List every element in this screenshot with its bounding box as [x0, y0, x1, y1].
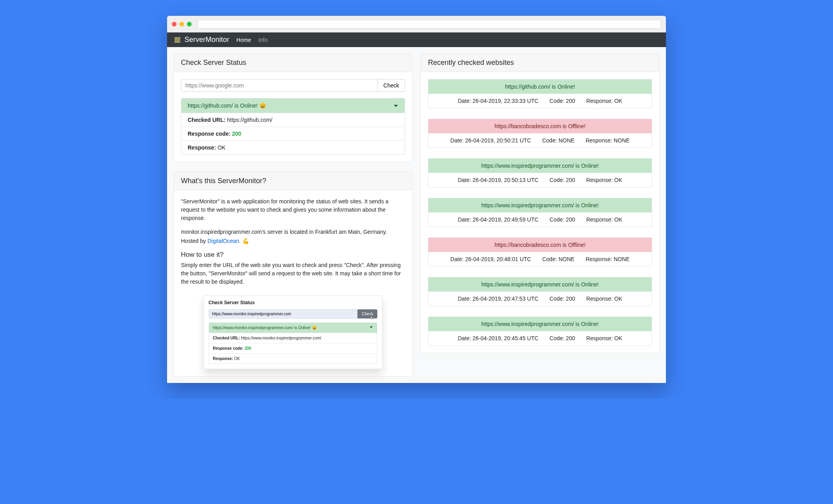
recent-item-headline[interactable]: https://bancobradesco.com is Offline!	[428, 119, 652, 133]
window-titlebar	[167, 16, 666, 32]
result-code-value: 200	[232, 131, 241, 137]
url-input[interactable]	[181, 79, 378, 92]
check-status-title: Check Server Status	[174, 54, 412, 72]
url-input-group: Check	[181, 79, 405, 92]
result-row-response: Response: OK	[181, 140, 405, 154]
result-response-label: Response:	[188, 144, 216, 151]
demo-row-code: Response code: 200	[209, 343, 377, 353]
recent-item-details: Date: 26-04-2019, 20:50:21 UTCCode: NONE…	[428, 133, 652, 148]
recent-item-headline[interactable]: https://www.inspiredprogrammer.com/ is O…	[428, 198, 652, 212]
recent-date: Date: 26-04-2019, 20:48:01 UTC	[451, 256, 531, 262]
check-status-card: Check Server Status Check https://github…	[173, 53, 413, 162]
svg-rect-0	[175, 37, 181, 38]
recent-item-headline[interactable]: https://bancobradesco.com is Offline!	[428, 238, 652, 252]
recent-response: Response: NONE	[586, 137, 630, 144]
demo-row-url: Checked URL: https://www.monitor.inspire…	[209, 333, 377, 343]
recent-item: https://github.com/ is Online!Date: 26-0…	[428, 79, 652, 108]
recent-item: https://www.inspiredprogrammer.com/ is O…	[428, 198, 652, 227]
brand[interactable]: ServerMonitor	[173, 36, 229, 44]
chevron-down-icon	[394, 103, 398, 108]
digitalocean-link[interactable]: DigitalOcean	[207, 238, 239, 244]
recent-item-details: Date: 26-04-2019, 20:49:59 UTCCode: 200R…	[428, 212, 652, 227]
recent-code: Code: 200	[550, 335, 575, 341]
svg-rect-1	[175, 39, 181, 40]
right-column: Recently checked websites https://github…	[420, 53, 660, 353]
recent-code: Code: NONE	[542, 256, 574, 262]
about-card: What's this ServerMonitor? "ServerMonito…	[173, 172, 413, 377]
minimize-icon[interactable]	[179, 22, 184, 27]
recent-response: Response: OK	[586, 177, 622, 183]
demo-check-label: Check	[362, 312, 373, 316]
check-button[interactable]: Check	[377, 79, 405, 92]
about-title: What's this ServerMonitor?	[174, 172, 412, 190]
result-header[interactable]: https://github.com/ is Online! 😄	[181, 99, 405, 113]
recent-item-details: Date: 26-04-2019, 22:33:33 UTCCode: 200R…	[428, 94, 652, 108]
demo-header: Check Server Status	[204, 296, 382, 309]
about-p1: "ServerMonitor" is a web application for…	[181, 197, 405, 222]
page-content: Check Server Status Check https://github…	[167, 47, 666, 383]
recent-item-headline[interactable]: https://www.inspiredprogrammer.com/ is O…	[428, 159, 652, 173]
result-headline: https://github.com/ is Online! 😄	[188, 102, 266, 109]
recent-code: Code: 200	[550, 177, 575, 183]
recent-item: https://www.inspiredprogrammer.com/ is O…	[428, 316, 652, 346]
howto-title: How to use it?	[181, 251, 405, 259]
recent-response: Response: OK	[586, 98, 622, 104]
result-accordion: https://github.com/ is Online! 😄 Checked…	[181, 98, 405, 155]
recent-response: Response: NONE	[586, 256, 630, 262]
address-bar[interactable]	[198, 20, 661, 28]
close-icon[interactable]	[172, 22, 177, 27]
recent-code: Code: 200	[550, 216, 575, 223]
howto-text: Simply enter the URL of the web site you…	[181, 261, 405, 286]
recent-date: Date: 26-04-2019, 20:50:21 UTC	[451, 137, 531, 144]
about-p2: monitor.inspiredprogrammer.com's server …	[181, 228, 405, 236]
recent-item-headline[interactable]: https://github.com/ is Online!	[428, 80, 652, 94]
recent-item-headline[interactable]: https://www.inspiredprogrammer.com/ is O…	[428, 317, 652, 331]
recent-item: https://www.inspiredprogrammer.com/ is O…	[428, 158, 652, 188]
recent-item-details: Date: 26-04-2019, 20:45:45 UTCCode: 200R…	[428, 331, 652, 345]
recent-date: Date: 26-04-2019, 22:33:33 UTC	[458, 98, 538, 104]
app-navbar: ServerMonitor Home Info	[167, 32, 666, 47]
recent-response: Response: OK	[586, 296, 622, 302]
result-row-url: Checked URL: https://github.com/	[181, 113, 405, 127]
recent-list: https://github.com/ is Online!Date: 26-0…	[421, 72, 659, 353]
recent-card: Recently checked websites https://github…	[420, 53, 660, 353]
recent-item-details: Date: 26-04-2019, 20:50:13 UTCCode: 200R…	[428, 173, 652, 187]
hosted-prefix: Hosted by	[181, 238, 207, 244]
recent-response: Response: OK	[586, 216, 622, 223]
recent-code: Code: NONE	[542, 137, 574, 144]
recent-date: Date: 26-04-2019, 20:47:53 UTC	[458, 296, 538, 302]
demo-acc-title: https://www.monitor.inspiredprogrammer.c…	[213, 326, 317, 330]
result-url-value: https://github.com/	[226, 117, 272, 123]
recent-item-details: Date: 26-04-2019, 20:48:01 UTCCode: NONE…	[428, 252, 652, 266]
demo-screenshot: Check Server Status Check	[203, 296, 383, 369]
demo-check-button: Check	[358, 309, 377, 318]
demo-url-input	[209, 309, 358, 318]
browser-window: ServerMonitor Home Info Check Server Sta…	[167, 16, 666, 383]
recent-code: Code: 200	[550, 296, 575, 302]
recent-title: Recently checked websites	[421, 54, 659, 72]
recent-item-headline[interactable]: https://www.inspiredprogrammer.com/ is O…	[428, 277, 652, 292]
recent-item: https://www.inspiredprogrammer.com/ is O…	[428, 277, 652, 306]
recent-date: Date: 26-04-2019, 20:49:59 UTC	[458, 216, 538, 223]
about-hosted: Hosted by DigitalOcean. 💪	[181, 237, 405, 245]
recent-code: Code: 200	[550, 98, 575, 104]
recent-item: https://bancobradesco.com is Offline!Dat…	[428, 119, 652, 148]
recent-item-details: Date: 26-04-2019, 20:47:53 UTCCode: 200R…	[428, 292, 652, 306]
hosted-suffix: . 💪	[239, 238, 249, 244]
chevron-down-icon	[369, 326, 373, 330]
result-url-label: Checked URL:	[188, 117, 226, 123]
demo-row-response: Response: OK	[209, 353, 377, 364]
nav-home[interactable]: Home	[236, 37, 251, 43]
recent-date: Date: 26-04-2019, 20:45:45 UTC	[458, 335, 538, 341]
nav-info[interactable]: Info	[258, 37, 267, 43]
left-column: Check Server Status Check https://github…	[173, 53, 413, 377]
result-response-value: OK	[216, 144, 226, 151]
result-row-code: Response code: 200	[181, 127, 405, 140]
recent-date: Date: 26-04-2019, 20:50:13 UTC	[458, 177, 538, 183]
pointer-cursor-icon	[369, 315, 375, 321]
result-code-label: Response code:	[188, 131, 232, 137]
maximize-icon[interactable]	[187, 22, 192, 27]
demo-acc-header: https://www.monitor.inspiredprogrammer.c…	[209, 323, 377, 333]
recent-response: Response: OK	[586, 335, 622, 341]
server-icon	[173, 36, 181, 44]
